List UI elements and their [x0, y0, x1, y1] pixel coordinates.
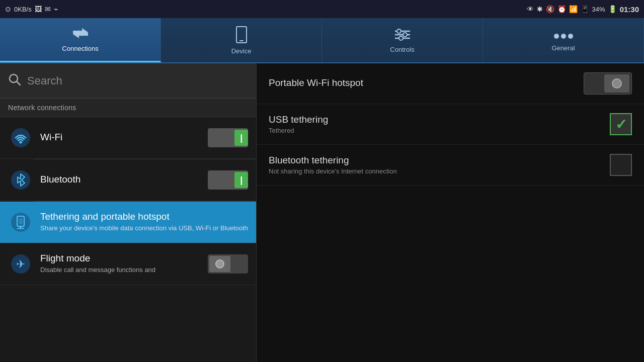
bluetooth-menu-item[interactable]: Bluetooth | [0, 159, 256, 201]
bluetooth-toggle[interactable]: | [200, 170, 248, 190]
controls-icon [394, 28, 411, 44]
usb-tethering-title: USB tethering [269, 114, 602, 125]
bluetooth-icon [8, 167, 33, 193]
tab-general[interactable]: General [483, 18, 644, 62]
wifi-hotspot-title: Portable Wi-Fi hotspot [269, 77, 576, 88]
left-panel: Network connections Wi-Fi | [0, 63, 257, 362]
mute-icon: 🔇 [546, 5, 554, 13]
svg-rect-19 [19, 218, 23, 224]
flight-toggle[interactable] [200, 254, 248, 274]
svg-point-7 [399, 36, 403, 40]
alarm-icon: ⏰ [557, 5, 566, 13]
wifi-title: Wi-Fi [40, 132, 200, 143]
bluetooth-tethering-text: Bluetooth tethering Not sharing this dev… [269, 155, 602, 175]
section-header: Network connections [0, 99, 256, 117]
status-left: ⊙ 0KB/s 🖼 ✉ ⌁ [5, 5, 58, 13]
svg-text:✈: ✈ [16, 258, 25, 270]
main-content: Network connections Wi-Fi | [0, 63, 644, 362]
bluetooth-tethering-subtitle: Not sharing this device's Internet conne… [269, 167, 602, 175]
usb-tethering-text: USB tethering Tethered [269, 114, 602, 134]
svg-point-8 [554, 34, 559, 39]
svg-point-5 [403, 33, 407, 37]
general-label: General [551, 44, 575, 52]
clock: 01:30 [620, 5, 639, 14]
general-icon [553, 29, 574, 42]
tab-device[interactable]: Device [161, 18, 322, 62]
search-input[interactable] [27, 74, 248, 87]
svg-point-10 [568, 34, 573, 39]
signal-icon: 📱 [581, 5, 589, 13]
checkmark-icon: ✓ [615, 116, 627, 133]
flight-title: Flight mode [40, 253, 200, 264]
svg-point-15 [11, 170, 30, 190]
device-icon [235, 26, 248, 45]
svg-point-14 [20, 141, 22, 144]
controls-label: Controls [390, 46, 414, 53]
tethering-text: Tethering and portable hotspot Share you… [33, 211, 248, 233]
search-bar [0, 63, 256, 99]
svg-line-12 [17, 81, 20, 85]
flight-icon: ✈ [8, 251, 33, 277]
tethering-title: Tethering and portable hotspot [40, 211, 248, 222]
tab-bar: Connections Device Controls [0, 18, 644, 63]
svg-rect-1 [239, 40, 244, 41]
image-icon: 🖼 [35, 5, 42, 13]
flight-text: Flight mode Disable call and message fun… [33, 253, 200, 275]
wifi-text: Wi-Fi [33, 132, 200, 144]
svg-point-9 [561, 34, 566, 39]
wifi-icon [8, 125, 33, 150]
battery-percent: 34% [592, 6, 605, 13]
connections-label: Connections [62, 45, 98, 52]
wifi-hotspot-toggle[interactable] [584, 72, 632, 95]
message-icon: ✉ [45, 5, 51, 13]
bluetooth-title: Bluetooth [40, 174, 200, 185]
wifi-menu-item[interactable]: Wi-Fi | [0, 117, 256, 159]
bluetooth-status-icon: ✱ [537, 5, 543, 13]
battery-icon: 🔋 [608, 5, 617, 13]
tethering-subtitle: Share your device's mobile data connecti… [40, 224, 248, 233]
tethering-icon [8, 210, 33, 235]
tethering-menu-item[interactable]: Tethering and portable hotspot Share you… [0, 202, 256, 243]
usb-icon: ⌁ [54, 5, 58, 13]
connections-icon [72, 27, 89, 43]
tab-controls[interactable]: Controls [322, 18, 483, 62]
bluetooth-tethering-item: Bluetooth tethering Not sharing this dev… [257, 145, 644, 186]
eye-icon: 👁 [527, 5, 534, 13]
usb-tethering-checkbox[interactable]: ✓ [610, 113, 632, 135]
flight-subtitle: Disable call and message functions and [40, 265, 200, 275]
tab-connections[interactable]: Connections [0, 18, 161, 62]
device-label: Device [231, 47, 252, 55]
bluetooth-tethering-title: Bluetooth tethering [269, 155, 602, 166]
usb-tethering-subtitle: Tethered [269, 127, 602, 134]
bluetooth-tethering-checkbox[interactable] [610, 154, 632, 176]
svg-point-3 [397, 29, 401, 33]
flight-mode-menu-item[interactable]: ✈ Flight mode Disable call and message f… [0, 243, 256, 285]
wifi-hotspot-item: Portable Wi-Fi hotspot [257, 63, 644, 104]
status-bar: ⊙ 0KB/s 🖼 ✉ ⌁ 👁 ✱ 🔇 ⏰ 📶 📱 34% 🔋 01:30 [0, 0, 644, 18]
wifi-toggle[interactable]: | [200, 128, 248, 147]
usb-tethering-item: USB tethering Tethered ✓ [257, 104, 644, 145]
power-icon: ⊙ [5, 5, 11, 13]
wifi-status-icon: 📶 [569, 5, 578, 13]
search-icon [8, 73, 21, 89]
wifi-hotspot-text: Portable Wi-Fi hotspot [269, 77, 576, 90]
bluetooth-text: Bluetooth [33, 174, 200, 187]
status-right: 👁 ✱ 🔇 ⏰ 📶 📱 34% 🔋 01:30 [527, 5, 639, 14]
right-panel: Portable Wi-Fi hotspot USB tethering Tet… [257, 63, 644, 362]
network-speed: 0KB/s [14, 6, 32, 13]
